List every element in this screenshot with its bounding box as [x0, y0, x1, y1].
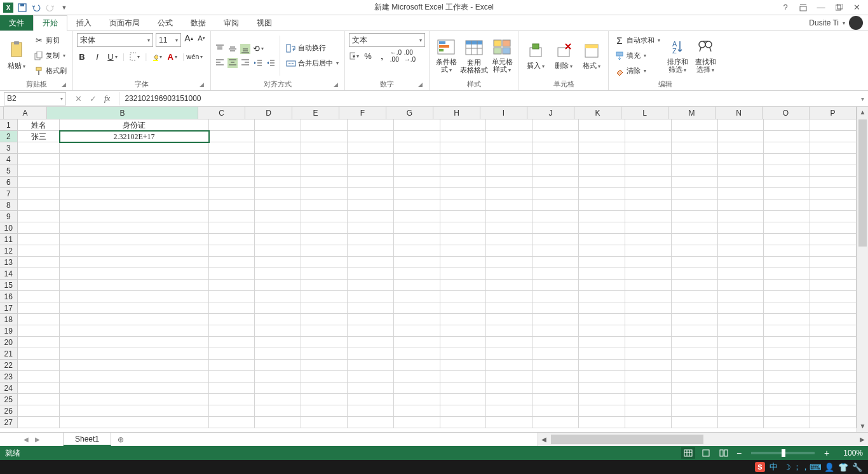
cell-P19[interactable] [810, 325, 857, 337]
cell-H10[interactable] [440, 222, 487, 234]
cell-C11[interactable] [209, 234, 255, 245]
cell-P25[interactable] [810, 394, 857, 405]
cell-I25[interactable] [486, 394, 532, 405]
cell-P10[interactable] [810, 222, 857, 234]
cell-G12[interactable] [394, 245, 440, 257]
zoom-in-icon[interactable]: + [822, 448, 831, 458]
cell-M7[interactable] [672, 188, 718, 200]
col-header-N[interactable]: N [715, 107, 763, 119]
cell-M4[interactable] [672, 154, 718, 165]
phonetic-icon[interactable]: wén▾ [189, 51, 200, 62]
cell-M19[interactable] [672, 325, 718, 337]
cell-I24[interactable] [486, 383, 532, 394]
cell-F24[interactable] [348, 383, 394, 394]
bold-icon[interactable]: B [77, 51, 87, 62]
cell-M10[interactable] [672, 222, 718, 234]
cell-H9[interactable] [440, 211, 487, 222]
cell-L20[interactable] [625, 337, 672, 348]
cell-D27[interactable] [255, 417, 301, 428]
cell-B1[interactable]: 身份证 [60, 119, 208, 131]
cell-M3[interactable] [672, 142, 718, 154]
cell-I9[interactable] [486, 211, 532, 222]
cell-P9[interactable] [810, 211, 857, 222]
cell-L22[interactable] [625, 360, 672, 371]
decrease-font-icon[interactable]: A▾ [196, 33, 207, 43]
cell-A18[interactable] [18, 314, 60, 325]
paste-button[interactable]: 粘贴▾ [4, 33, 29, 78]
cell-O19[interactable] [764, 325, 810, 337]
cell-G13[interactable] [394, 257, 440, 268]
cell-F18[interactable] [348, 314, 394, 325]
cell-N25[interactable] [718, 394, 764, 405]
cell-E16[interactable] [301, 291, 348, 302]
cell-P18[interactable] [810, 314, 857, 325]
align-top-icon[interactable] [215, 44, 225, 54]
cell-A6[interactable] [18, 177, 60, 188]
format-table-button[interactable]: 套用 表格格式 [461, 33, 487, 78]
cell-H15[interactable] [440, 280, 487, 291]
cell-H19[interactable] [440, 325, 487, 337]
cell-A14[interactable] [18, 268, 60, 280]
horizontal-scrollbar[interactable]: ◀ ▶ [538, 433, 868, 446]
cell-C3[interactable] [209, 142, 255, 154]
font-name-combo[interactable]: 宋体▾ [77, 33, 153, 47]
cell-E21[interactable] [301, 348, 348, 360]
formula-input[interactable]: 232102196903151000 [119, 92, 857, 105]
cell-F19[interactable] [348, 325, 394, 337]
cell-C10[interactable] [209, 222, 255, 234]
cell-M23[interactable] [672, 371, 718, 383]
row-header-6[interactable]: 6 [0, 177, 18, 188]
cell-E2[interactable] [301, 131, 348, 142]
conditional-format-button[interactable]: 条件格式▾ [433, 33, 459, 78]
qat-customize-icon[interactable]: ▼ [58, 2, 70, 13]
cell-B20[interactable] [60, 337, 208, 348]
cell-M1[interactable] [672, 119, 718, 131]
cell-F17[interactable] [348, 302, 394, 314]
cell-K8[interactable] [579, 200, 625, 211]
cell-N10[interactable] [718, 222, 764, 234]
cell-D12[interactable] [255, 245, 301, 257]
cell-I17[interactable] [486, 302, 532, 314]
cell-F10[interactable] [348, 222, 394, 234]
cell-B10[interactable] [60, 222, 208, 234]
enter-formula-icon[interactable]: ✓ [90, 94, 97, 104]
cell-C5[interactable] [209, 165, 255, 177]
cell-O6[interactable] [764, 177, 810, 188]
cell-I7[interactable] [486, 188, 532, 200]
cell-F2[interactable] [348, 131, 394, 142]
cell-G3[interactable] [394, 142, 440, 154]
row-header-2[interactable]: 2 [0, 131, 18, 142]
hscroll-thumb[interactable] [551, 435, 703, 444]
comma-icon[interactable]: , [377, 51, 387, 61]
cell-H6[interactable] [440, 177, 487, 188]
tab-view[interactable]: 视图 [248, 15, 281, 30]
tray-sogou-icon[interactable]: S [755, 462, 765, 472]
cell-N14[interactable] [718, 268, 764, 280]
cell-D19[interactable] [255, 325, 301, 337]
cell-H5[interactable] [440, 165, 487, 177]
cell-G1[interactable] [394, 119, 440, 131]
accounting-icon[interactable]: ¥▾ [349, 51, 359, 61]
cell-O12[interactable] [764, 245, 810, 257]
cell-J26[interactable] [532, 405, 579, 417]
cell-P16[interactable] [810, 291, 857, 302]
undo-icon[interactable] [31, 2, 42, 13]
cell-A2[interactable]: 张三 [18, 131, 60, 142]
cell-D17[interactable] [255, 302, 301, 314]
cell-I8[interactable] [486, 200, 532, 211]
cell-D15[interactable] [255, 280, 301, 291]
cell-B11[interactable] [60, 234, 208, 245]
cell-E8[interactable] [301, 200, 348, 211]
cell-L10[interactable] [625, 222, 672, 234]
cell-H12[interactable] [440, 245, 487, 257]
cell-G23[interactable] [394, 371, 440, 383]
cell-A3[interactable] [18, 142, 60, 154]
cell-F11[interactable] [348, 234, 394, 245]
row-header-7[interactable]: 7 [0, 188, 18, 200]
cell-K11[interactable] [579, 234, 625, 245]
cell-C21[interactable] [209, 348, 255, 360]
cell-M8[interactable] [672, 200, 718, 211]
tab-review[interactable]: 审阅 [215, 15, 248, 30]
cell-G21[interactable] [394, 348, 440, 360]
col-header-F[interactable]: F [339, 107, 386, 119]
